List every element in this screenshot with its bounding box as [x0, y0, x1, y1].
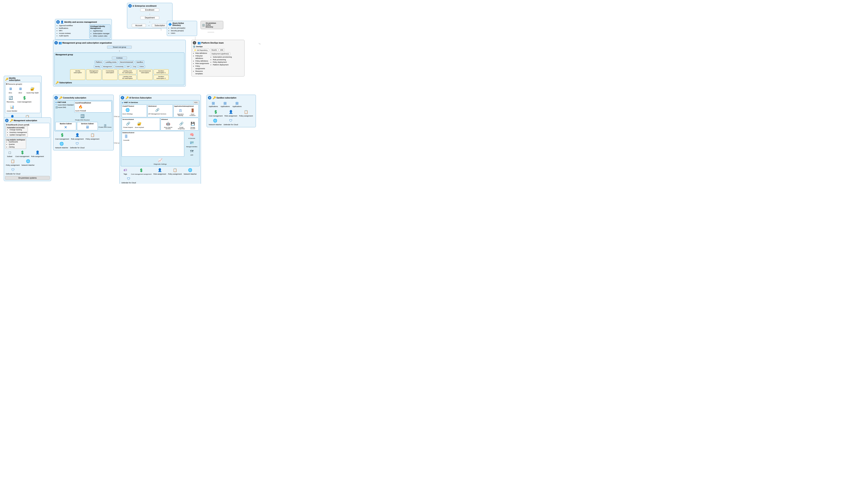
pip-bullet-1: App/DevOps — [93, 30, 109, 32]
vnet-left: ◈ VNET-HUB 🛡 Azure DDoS Standard 🔤 Azure… — [55, 101, 73, 108]
identity-sub-title: Identitysubscription — [9, 77, 20, 81]
management-subscription-box: Managementsubscription — [86, 69, 101, 80]
cost-assign-ai-label: Cost management assignment — [131, 173, 152, 175]
resource-groups-header: ⊞ Resource group(s) — [6, 83, 40, 85]
log-analytics-label: Log analytics workspace — [6, 139, 25, 141]
badge-h: H — [208, 96, 211, 100]
online-sub: Online — [138, 65, 145, 68]
badge-b: B — [56, 20, 60, 24]
sandbox-boxes: Sandboxsubscription 1 Sandboxsubscriptio… — [153, 69, 169, 80]
ddos-icon: 🛡 — [55, 104, 57, 106]
db-subnet-box: DatabaseSubnet 🗄 CosmoDB — [122, 131, 184, 157]
iam-bullet-4: Access reviews — [59, 32, 88, 35]
automation-bullets: Change tracking Inventory management Upd… — [7, 129, 27, 137]
account-subscription-row: Account → Subscription — [132, 24, 168, 27]
webapp-img: 🌐 — [125, 107, 130, 113]
mgmt-icons-row: ◻ Subset 💲 Cost management 👤 Role assign… — [5, 149, 50, 175]
udr-icon: 🗺 UDR — [186, 149, 197, 156]
policy-assign-sandbox-label: Policy assignment — [239, 115, 253, 117]
azure-ad-bullet-3: Users — [171, 32, 196, 35]
network-watcher-ai: 🌐 Network Watcher — [184, 167, 197, 175]
git-bullet-6: Resource templates — [195, 70, 210, 75]
automation-bullet-3: Update management — [10, 134, 27, 137]
key-icon-identity: 🔑 — [5, 78, 8, 81]
git-bullet-5: Policy assignments — [195, 65, 210, 70]
azure-monitor-icon: 📊 Azure Monitor — [7, 104, 17, 112]
enrollment-flow: Enrollment ↓ Department ↓ Account → Subs… — [128, 8, 171, 27]
resource-groups-box: ⊞ Resource group(s) 🖥 DC1 🖥 DC2 🔐 Azure … — [5, 82, 40, 113]
ai-side-icons: 🧠 AI Services 🪪 Managed identities 🗺 UDR — [185, 131, 199, 157]
pip-bullet-3: Other custom roles — [93, 35, 109, 37]
appgw-icon: ⚖ Application Gateway — [175, 108, 186, 116]
openai-img: 🤖 — [166, 121, 171, 126]
icon-grid: ⊞ — [133, 5, 134, 7]
diag-settings-img: 📈 — [157, 158, 163, 163]
keyvault-img: 🔐 — [137, 121, 142, 126]
devops-header: I 👥 Platform DevOps team — [193, 41, 243, 44]
connectivity-sub: Connectivity — [114, 65, 125, 68]
dc1-img: 🖥 — [8, 86, 13, 91]
git-bullet-4: Role assignments — [195, 62, 210, 65]
network-watcher-conn-img: 🌐 — [59, 141, 64, 146]
azure-ad-title: Azure ActiveDirectory — [172, 22, 184, 26]
defender-sandbox-label: Defender for Cloud — [224, 124, 238, 126]
private-endpoints-label: Private Endpoint(s) — [176, 127, 187, 129]
dashboards-header: ⊞ Dashboards (Azure portal) — [6, 124, 49, 126]
azure-firewall-label: Azure Firewall — [75, 110, 86, 112]
key-icon-ai: 🔑 — [125, 96, 129, 99]
key-vault-icon: 🔐 Azure Key Vault — [27, 86, 38, 94]
defender-sandbox-img: 🛡 — [228, 118, 234, 123]
dashboards-icon: ⊞ — [6, 124, 7, 126]
mgmt-sub-header: D 🔑 Management subscription — [5, 119, 50, 122]
dns-label: Azure DNS — [58, 106, 66, 108]
automation-label: Automation account(s) — [7, 127, 27, 129]
sandbox-apps: ⊞ Applications ⊞ Applications ⊞ Applicat… — [208, 101, 255, 108]
policy-assign-conn-label: Policy assignment — [86, 138, 100, 140]
git-repo-area: ⚙️ DevOps 📁 Git Repository Role definiti… — [193, 45, 243, 75]
policy-assign-ai: 📋 Policy assignment — [168, 167, 182, 175]
cost-mgmt-conn-img: 💲 — [59, 132, 65, 138]
git-section: 📁 Git Repository Role definitions Policy… — [193, 49, 210, 75]
badge-c: C — [54, 41, 58, 44]
udr-img: 🗺 — [189, 149, 194, 154]
dc1-label: DC1 — [9, 92, 12, 94]
vnet-ai-label: VNET AI Services — [124, 102, 138, 103]
arrow-down-1: ↓ — [149, 12, 151, 15]
on-premises-box: On-premises systems — [5, 176, 50, 180]
azure-firewall-img: 🔥 — [78, 104, 83, 109]
network-watcher-sandbox-img: 🌐 — [212, 118, 218, 123]
sap-sub: SAP — [125, 65, 131, 68]
subscriptions-icon: 🔑 — [55, 81, 59, 84]
sandbox-subscription-section: H 🔑 Sandbox subscription ⊞ Applications … — [207, 95, 256, 127]
badge-f: F — [121, 96, 124, 100]
conn-sub-header: E 🔑 Connectivity subscription — [54, 96, 113, 100]
landing-zones-group: Landing zones — [104, 60, 118, 64]
keyvault-label: Azure KeyVault — [135, 127, 144, 128]
ai-sub-title: AI Services Subscription — [129, 97, 152, 99]
role-assign-conn: 👤 Role assignment — [71, 132, 84, 140]
iam-bullet-2: Notifications — [59, 27, 88, 30]
sandbox-group: Sandbox — [135, 60, 144, 64]
cosmodb-icon: 🗄 CosmoDB — [122, 134, 130, 141]
app3-icon: ⊞ Applications — [232, 101, 242, 107]
cost-mgmt-mgmt-img: 💲 — [20, 150, 25, 155]
log-bullets: Dashboards Queries Alerting — [6, 141, 25, 148]
landing-a1-box: Landing zoneA1 subscription — [119, 69, 137, 74]
management-subscription-section: D 🔑 Management subscription ⊞ Dashboards… — [4, 118, 51, 181]
network-watcher-mgmt-img: 🌐 — [25, 159, 31, 164]
services-subnet-ai: ServicesSubnet 🔗 Private Endpoint 🔐 Azur… — [122, 118, 160, 130]
policy-assign-sandbox: 📋 Policy assignment — [239, 109, 253, 117]
vnet-hub-text: VNET-HUB — [57, 101, 66, 103]
identity-access-section: B 👤 Identity and access management Appro… — [55, 19, 112, 40]
identity-sub: Identity — [94, 65, 101, 68]
firewall-subnet-box: AzureFirewallSubnet 🔥 Azure Firewall — [74, 101, 111, 112]
dns-resolver-row: 🔤 Private DNS Resolver — [74, 113, 111, 121]
firewall-subnet-label: AzureFirewallSubnet — [75, 102, 111, 104]
cost-assign-ai: 💲 Cost management assignment — [131, 168, 152, 175]
defender-mgmt-label: Defender for Cloud — [6, 173, 20, 175]
tags-img: 🏷 — [123, 167, 128, 173]
on-premises-icon: 🏢 — [202, 23, 205, 26]
middle-subnets: ServicesSubnet 🔗 Private Endpoint 🔐 Azur… — [122, 118, 199, 130]
platform-group: Platform — [94, 60, 103, 64]
services-subnet-label: Services Subnet — [78, 123, 97, 125]
